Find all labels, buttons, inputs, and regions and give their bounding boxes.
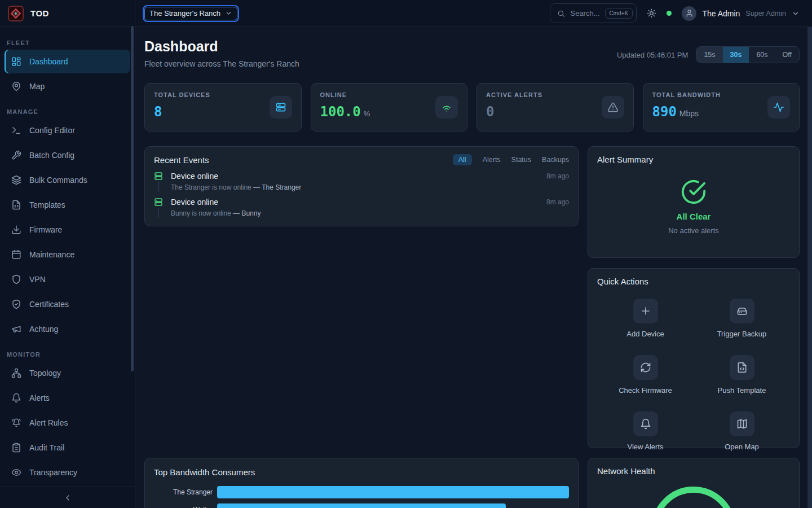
sidebar-item-label: Firmware xyxy=(29,225,62,234)
event-time: 8m ago xyxy=(546,198,569,206)
megaphone-icon xyxy=(11,324,21,334)
event-title: Device online xyxy=(171,198,218,207)
sidebar-item-topology[interactable]: Topology xyxy=(5,361,130,385)
event-device: — The Stranger xyxy=(253,183,301,191)
window-scrollbar[interactable] xyxy=(807,27,812,508)
terminal-icon xyxy=(11,125,21,135)
sidebar-item-transparency[interactable]: Transparency xyxy=(5,461,130,484)
sidebar-header: TOD xyxy=(0,0,135,27)
theme-toggle-button[interactable] xyxy=(647,8,656,18)
refresh-15s-button[interactable]: 15s xyxy=(696,47,722,63)
wifi-icon xyxy=(435,96,458,119)
connection-status-dot xyxy=(667,11,672,16)
alert-triangle-icon xyxy=(602,96,624,119)
search-input[interactable]: Search... Cmd+K xyxy=(550,3,637,23)
user-name: The Admin xyxy=(702,9,740,18)
sidebar-item-label: Templates xyxy=(29,200,65,209)
server-icon xyxy=(154,172,163,181)
stat-unit: Mbps xyxy=(679,109,699,118)
map-icon xyxy=(730,411,754,436)
updated-timestamp: Updated 05:46:01 PM xyxy=(617,51,688,59)
main-area: The Stranger's Ranch Search... Cmd+K The… xyxy=(135,0,812,508)
filter-backups[interactable]: Backups xyxy=(542,156,569,164)
sidebar-item-label: Map xyxy=(29,82,45,91)
filter-status[interactable]: Status xyxy=(511,156,531,164)
sidebar-item-label: Alerts xyxy=(29,393,50,402)
user-menu[interactable]: The Admin Super Admin xyxy=(682,6,800,21)
sidebar-item-vpn[interactable]: VPN xyxy=(5,268,130,291)
stat-total-devices: TOTAL DEVICES 8 xyxy=(144,83,302,132)
stat-label: TOTAL BANDWIDTH xyxy=(652,91,721,98)
add-device-button[interactable]: Add Device xyxy=(597,299,694,338)
event-row[interactable]: Device online 8m ago Bunny is now online… xyxy=(154,198,569,217)
view-alerts-button[interactable]: View Alerts xyxy=(597,411,694,451)
hard-drive-icon xyxy=(730,299,754,323)
sidebar-item-alert-rules[interactable]: Alert Rules xyxy=(5,411,130,435)
sidebar-item-map[interactable]: Map xyxy=(5,75,130,98)
check-firmware-button[interactable]: Check Firmware xyxy=(597,355,694,395)
page-title: Dashboard xyxy=(144,38,299,55)
action-label: View Alerts xyxy=(627,443,663,451)
open-map-button[interactable]: Open Map xyxy=(694,411,790,451)
sidebar-item-maintenance[interactable]: Maintenance xyxy=(5,243,130,266)
wrench-icon xyxy=(11,150,21,160)
avatar xyxy=(682,6,696,21)
event-description: The Stranger is now online — The Strange… xyxy=(171,183,569,191)
plus-icon xyxy=(633,299,658,323)
filter-alerts[interactable]: Alerts xyxy=(483,156,501,164)
sidebar-item-config-editor[interactable]: Config Editor xyxy=(5,119,130,142)
health-gauge-ring: 100 xyxy=(651,487,736,508)
sidebar-item-batch-config[interactable]: Batch Config xyxy=(5,143,130,167)
recent-events-panel: Recent Events All Alerts Status Backups xyxy=(144,146,579,226)
refresh-icon xyxy=(633,355,658,380)
recent-events-title: Recent Events xyxy=(154,155,209,165)
event-device: — Bunny xyxy=(233,209,261,217)
refresh-30s-button[interactable]: 30s xyxy=(723,47,749,63)
sidebar-item-label: Dashboard xyxy=(29,57,68,66)
sidebar-item-audit-trail[interactable]: Audit Trail xyxy=(5,436,130,459)
push-template-button[interactable]: Push Template xyxy=(694,355,790,395)
refresh-60s-button[interactable]: 60s xyxy=(749,47,775,63)
sidebar-item-certificates[interactable]: Certificates xyxy=(5,292,130,316)
user-role: Super Admin xyxy=(745,10,786,17)
sidebar-item-alerts[interactable]: Alerts xyxy=(5,386,130,410)
sidebar-item-dashboard[interactable]: Dashboard xyxy=(5,50,130,73)
event-title: Device online xyxy=(171,172,218,181)
event-row[interactable]: Device online 8m ago The Stranger is now… xyxy=(154,172,569,191)
action-label: Open Map xyxy=(725,443,759,451)
stat-unit: % xyxy=(364,110,370,118)
chevron-down-icon xyxy=(225,10,232,17)
sidebar-nav: FLEET Dashboard Map MANAGE Config Editor… xyxy=(0,27,135,487)
alert-status-text: All Clear xyxy=(677,212,711,221)
trigger-backup-button[interactable]: Trigger Backup xyxy=(694,299,790,338)
refresh-off-button[interactable]: Off xyxy=(775,47,799,63)
bandwidth-row: The Stranger xyxy=(154,486,569,498)
sidebar-item-label: Bulk Commands xyxy=(29,176,87,185)
section-label-manage: MANAGE xyxy=(5,104,130,119)
sidebar-item-label: Config Editor xyxy=(29,126,75,135)
search-shortcut-badge: Cmd+K xyxy=(605,8,633,19)
bandwidth-device-label: The Stranger xyxy=(154,488,217,496)
check-circle-icon xyxy=(681,179,707,205)
sidebar-item-bulk-commands[interactable]: Bulk Commands xyxy=(5,168,130,192)
shield-icon xyxy=(11,274,21,284)
sidebar-item-achtung[interactable]: Achtung xyxy=(5,317,130,341)
event-time: 8m ago xyxy=(546,172,569,180)
network-health-panel: Network Health 100 xyxy=(588,458,800,508)
sidebar-item-firmware[interactable]: Firmware xyxy=(5,218,130,242)
action-label: Push Template xyxy=(718,386,766,395)
sidebar-collapse-button[interactable] xyxy=(0,487,135,508)
site-selector[interactable]: The Stranger's Ranch xyxy=(144,7,237,20)
app-title: TOD xyxy=(30,8,49,18)
sidebar-item-templates[interactable]: Templates xyxy=(5,193,130,217)
bandwidth-bar xyxy=(217,503,506,508)
file-code-icon xyxy=(730,355,754,380)
download-icon xyxy=(11,225,21,235)
file-code-icon xyxy=(11,200,21,210)
filter-all[interactable]: All xyxy=(453,154,472,165)
sidebar-scrollbar[interactable] xyxy=(131,26,134,371)
bell-icon xyxy=(11,393,21,403)
bandwidth-device-label: Walter xyxy=(154,506,217,508)
sidebar-item-label: VPN xyxy=(29,275,46,284)
sidebar: TOD FLEET Dashboard Map MANAGE Config Ed… xyxy=(0,0,135,508)
